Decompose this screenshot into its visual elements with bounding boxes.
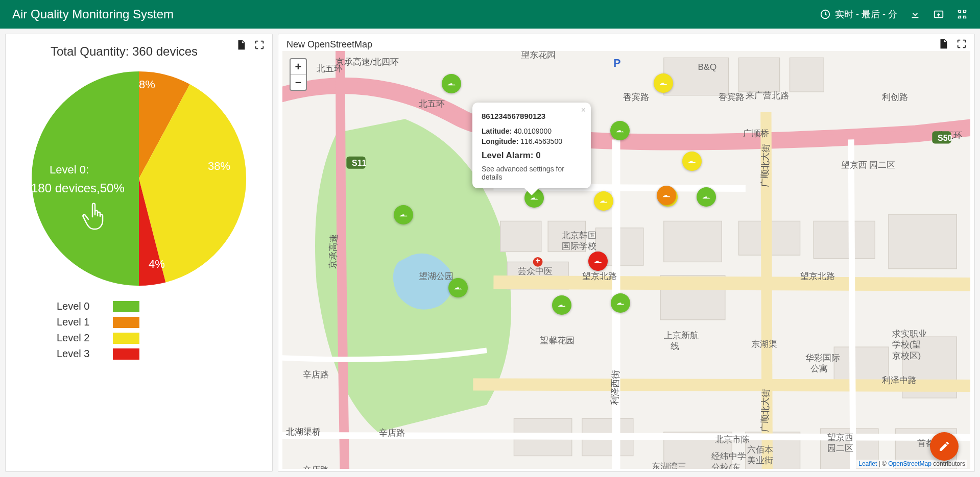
export-file-icon[interactable]: [235, 39, 247, 51]
svg-rect-11: [889, 214, 957, 269]
dashboard-content: Total Quantity: 360 devices Level 0: 180…: [0, 29, 980, 477]
svg-rect-7: [664, 221, 722, 262]
swatch-l3: [113, 348, 139, 360]
svg-rect-13: [739, 58, 780, 92]
svg-text:北京市陈: 北京市陈: [715, 434, 750, 444]
svg-point-75: [562, 304, 564, 306]
zoom-in-button[interactable]: +: [291, 59, 306, 74]
pie-slice-level0[interactable]: [32, 71, 139, 286]
svg-rect-3: [500, 221, 541, 252]
swatch-l0: [113, 301, 139, 312]
svg-point-74: [459, 287, 461, 289]
svg-point-76: [621, 302, 623, 304]
svg-text:东湖湾三期: 东湖湾三期: [652, 461, 686, 469]
svg-point-81: [664, 82, 666, 84]
map-panel: New OpenStreetMap: [278, 34, 975, 472]
exit-fullscreen-icon[interactable]: [957, 9, 968, 20]
map-marker[interactable]: [588, 252, 608, 271]
svg-text:广顺桥: 广顺桥: [743, 128, 769, 138]
leaflet-link[interactable]: Leaflet: [858, 460, 877, 467]
svg-text:来广营北路: 来广营北路: [746, 90, 789, 101]
map-tiles: 望京北路 望京北路 利泽中路 香宾路 香宾路 利创路 北湖渠桥 京承高速 辛店路…: [282, 51, 970, 469]
popup-alarm-value: 0: [536, 150, 540, 160]
pie-panel-actions: [235, 38, 265, 51]
app-header: Air Quality Monitoring System 实时 - 最后 - …: [0, 0, 980, 29]
map-marker[interactable]: [697, 187, 716, 207]
svg-text:利泽西街: 利泽西街: [609, 370, 620, 405]
download-icon[interactable]: [910, 9, 921, 20]
map-attribution: Leaflet | © OpenStreetMap contributors: [856, 460, 967, 468]
pie-panel: Total Quantity: 360 devices Level 0: 180…: [5, 34, 273, 472]
time-range-control[interactable]: 实时 - 最后 - 分: [820, 8, 897, 20]
map-marker[interactable]: [657, 186, 676, 205]
map-marker[interactable]: [654, 73, 673, 93]
edit-fab-button[interactable]: [930, 432, 959, 461]
pencil-icon: [938, 440, 950, 453]
svg-text:望馨花园: 望馨花园: [540, 335, 575, 345]
svg-text:辛店路: 辛店路: [379, 428, 405, 438]
svg-text:P: P: [613, 57, 620, 69]
svg-text:望湖公园: 望湖公园: [419, 271, 453, 281]
export-file-icon[interactable]: [938, 38, 949, 49]
pie-chart[interactable]: Level 0: 180 devices,50% 8% 38% 4%: [29, 69, 249, 288]
map-panel-actions: [938, 37, 967, 49]
svg-text:望京北路: 望京北路: [800, 271, 835, 281]
map-marker[interactable]: [610, 121, 630, 140]
svg-point-83: [599, 260, 601, 262]
map-popup[interactable]: × 861234567890123 Latitude: 40.0109000 L…: [472, 103, 591, 188]
legend-item-l0: Level 0: [57, 300, 272, 312]
map-marker[interactable]: [448, 278, 468, 297]
swatch-l2: [113, 333, 139, 344]
swatch-l1: [113, 317, 139, 328]
zoom-control: + –: [290, 58, 307, 91]
svg-text:望京西
园二区: 望京西 园二区: [841, 160, 896, 170]
svg-text:辛店路: 辛店路: [303, 465, 329, 469]
svg-text:东湖渠: 东湖渠: [751, 339, 777, 349]
expand-icon[interactable]: [254, 39, 265, 51]
pie-legend: Level 0 Level 1 Level 2 Level 3: [57, 300, 272, 360]
svg-text:辛店路: 辛店路: [303, 369, 329, 380]
svg-text:京承高速: 京承高速: [327, 234, 339, 269]
map-marker[interactable]: [682, 152, 702, 171]
svg-text:B&Q: B&Q: [698, 62, 717, 72]
map-marker[interactable]: [611, 293, 630, 313]
map-marker[interactable]: [594, 191, 613, 211]
svg-text:芸众中医: 芸众中医: [518, 266, 553, 276]
svg-point-70: [452, 83, 454, 85]
svg-point-77: [707, 196, 709, 198]
time-range-label: 实时 - 最后 - 分: [835, 8, 897, 20]
svg-text:京承高速/北四环: 京承高速/北四环: [336, 57, 399, 67]
legend-item-l3: Level 3: [57, 348, 272, 360]
svg-text:北湖渠桥: 北湖渠桥: [286, 426, 321, 437]
svg-point-71: [620, 130, 623, 132]
share-panel-icon[interactable]: [933, 9, 944, 20]
svg-text:香宾路: 香宾路: [719, 92, 745, 102]
svg-text:望东花园: 望东花园: [521, 51, 556, 60]
svg-text:S11: S11: [352, 159, 367, 167]
svg-text:北五环: 北五环: [419, 98, 445, 109]
popup-close-icon[interactable]: ×: [581, 106, 586, 115]
zoom-out-button[interactable]: –: [291, 74, 306, 90]
app-title: Air Quality Monitoring System: [12, 7, 174, 21]
map-panel-header: New OpenStreetMap: [278, 34, 974, 51]
popup-details-link[interactable]: See advanced settings for details: [482, 165, 582, 181]
svg-text:利创路: 利创路: [882, 92, 908, 102]
map-panel-title: New OpenStreetMap: [285, 37, 372, 50]
map[interactable]: 望京北路 望京北路 利泽中路 香宾路 香宾路 利创路 北湖渠桥 京承高速 辛店路…: [282, 51, 970, 469]
svg-text:香宾路: 香宾路: [623, 92, 649, 102]
svg-text:广顺北大街: 广顺北大街: [759, 388, 771, 432]
popup-device-id: 861234567890123: [482, 112, 582, 120]
pie-panel-title: Total Quantity: 360 devices: [13, 38, 235, 59]
map-marker[interactable]: [442, 74, 461, 93]
map-marker[interactable]: [552, 295, 571, 315]
popup-lon: 116.4563500: [520, 137, 562, 145]
svg-rect-10: [814, 221, 875, 258]
svg-point-72: [535, 197, 537, 199]
legend-item-l2: Level 2: [57, 332, 272, 344]
expand-icon[interactable]: [956, 38, 967, 49]
svg-text:望京北路: 望京北路: [582, 271, 617, 281]
map-marker[interactable]: [394, 205, 413, 224]
svg-rect-12: [664, 58, 729, 95]
clock-icon: [820, 9, 831, 20]
osm-link[interactable]: OpenStreetMap: [888, 460, 931, 467]
